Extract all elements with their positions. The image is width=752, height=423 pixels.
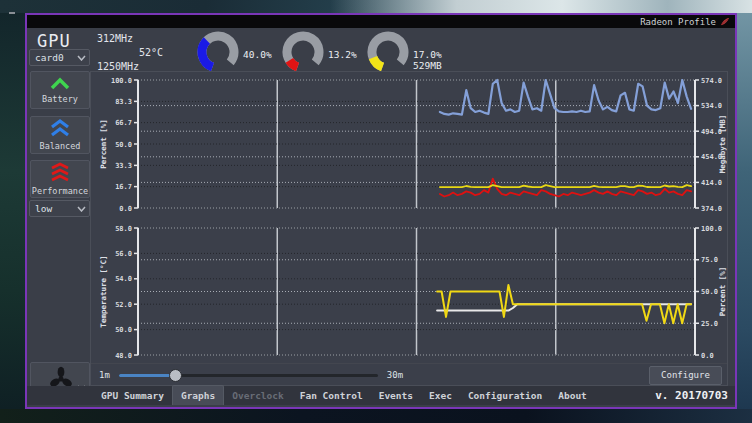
axis-tick-label: 100.0 (701, 225, 722, 233)
axis-tick-label: 33.3 (115, 162, 132, 170)
tab-graphs[interactable]: Graphs (172, 385, 224, 405)
performance-profile-button[interactable]: Performance (30, 160, 90, 198)
battery-label: Battery (42, 94, 78, 104)
axis-tick-label: 75.0 (701, 256, 718, 264)
axis-tick-label: 58.0 (115, 225, 132, 233)
chevron-down-icon (77, 206, 86, 212)
tab-about[interactable]: About (550, 388, 595, 405)
axis-tick-label: 50.0 (701, 288, 718, 296)
configure-button[interactable]: Configure (649, 366, 722, 385)
axis-tick-label: 0.0 (701, 352, 714, 360)
desktop-background: Radeon Profile GPU card0 Battery (0, 0, 752, 423)
gauge-value: 40.0% (243, 49, 272, 60)
axis-tick-label: 100.0 (111, 77, 132, 85)
slider-min-label: 1m (99, 370, 110, 380)
tab-configuration[interactable]: Configuration (460, 388, 550, 405)
axis-tick-label: 66.7 (115, 119, 132, 127)
graphs-pane: 100.083.366.750.033.316.70.0574.0534.049… (90, 71, 728, 386)
axis-tick-label: 574.0 (701, 77, 722, 85)
slider-fill (119, 374, 171, 377)
gpu-heading: GPU (37, 31, 71, 51)
radeon-feather-icon (720, 17, 730, 26)
balanced-profile-button[interactable]: Balanced (30, 116, 90, 154)
gpu-load-gauge: 40.0% (196, 30, 272, 74)
axis-tick-label: 83.3 (115, 98, 132, 106)
gauge-arc (281, 30, 325, 74)
axis-tick-label: 50.0 (115, 326, 132, 334)
tab-events[interactable]: Events (371, 388, 421, 405)
battery-profile-button[interactable]: Battery (30, 71, 90, 109)
axis-tick-label: 16.7 (115, 183, 132, 191)
bottom-chart: 58.056.054.052.050.048.0100.075.050.025.… (91, 216, 727, 362)
version-label: v. 20170703 (655, 389, 728, 405)
top-chart: 100.083.366.750.033.316.70.0574.0534.049… (91, 73, 727, 216)
power-level-value: low (35, 203, 52, 214)
desktop-dash (9, 12, 15, 14)
gauge-arc (196, 30, 240, 74)
performance-label: Performance (32, 186, 88, 196)
tab-exec[interactable]: Exec (421, 388, 460, 405)
tab-fan-control[interactable]: Fan Control (292, 388, 371, 405)
desktop-sky (330, 0, 752, 13)
slider-handle[interactable] (169, 369, 182, 382)
axis-tick-label: 534.0 (701, 102, 722, 110)
chevron-up-single-icon (47, 77, 73, 92)
tab-overclock: Overclock (224, 388, 291, 405)
current-clock: 312MHz (97, 33, 133, 44)
memory-gauge: 17.0% 529MB (366, 30, 442, 74)
axis-tick-label: 25.0 (701, 320, 718, 328)
right-axis-title: Percent [%] (718, 267, 727, 317)
tab-gpu-summary[interactable]: GPU Summary (93, 388, 172, 405)
left-axis-title: Percent [%] (99, 119, 108, 169)
axis-tick-label: 52.0 (115, 301, 132, 309)
gauge-sub-value: 529MB (413, 60, 442, 71)
title-bar: Radeon Profile (27, 15, 735, 28)
card-select-value: card0 (35, 52, 64, 63)
chevron-up-double-icon (47, 119, 73, 139)
axis-tick-label: 54.0 (115, 275, 132, 283)
right-axis-title: Megabyte [MB] (718, 115, 727, 174)
tab-bar-tabs: GPU SummaryGraphsOverclockFan ControlEve… (93, 388, 595, 405)
gauge-value: 17.0% (413, 49, 442, 60)
axis-tick-label: 414.0 (701, 179, 722, 187)
time-range-row: 1m 30m Configure (91, 363, 727, 386)
radeon-profile-window: Radeon Profile GPU card0 Battery (25, 13, 737, 409)
secondary-gauge: 13.2% (281, 30, 357, 74)
gauge-arc (366, 30, 410, 74)
temperature-readout: 52°C (139, 47, 163, 58)
tab-bar: GPU SummaryGraphsOverclockFan ControlEve… (27, 386, 735, 405)
balanced-label: Balanced (40, 141, 81, 151)
desktop-left-edge (0, 13, 25, 409)
window-title: Radeon Profile (640, 17, 716, 27)
axis-tick-label: 374.0 (701, 205, 722, 213)
chevron-down-icon (77, 55, 86, 61)
desktop-ground (0, 409, 752, 423)
time-range-slider[interactable] (119, 369, 378, 382)
card-select[interactable]: card0 (29, 49, 90, 66)
axis-tick-label: 0.0 (119, 205, 132, 213)
desktop-right-edge (737, 13, 752, 409)
slider-max-label: 30m (387, 370, 403, 380)
gauge-value: 13.2% (328, 49, 357, 60)
power-level-select[interactable]: low (29, 200, 90, 217)
axis-tick-label: 48.0 (115, 352, 132, 360)
left-axis-title: Temperature [°C] (99, 255, 108, 327)
window-content: GPU card0 Battery Balanced (27, 28, 735, 407)
axis-tick-label: 50.0 (115, 141, 132, 149)
axis-tick-label: 56.0 (115, 250, 132, 258)
chevron-up-triple-icon (47, 162, 73, 184)
